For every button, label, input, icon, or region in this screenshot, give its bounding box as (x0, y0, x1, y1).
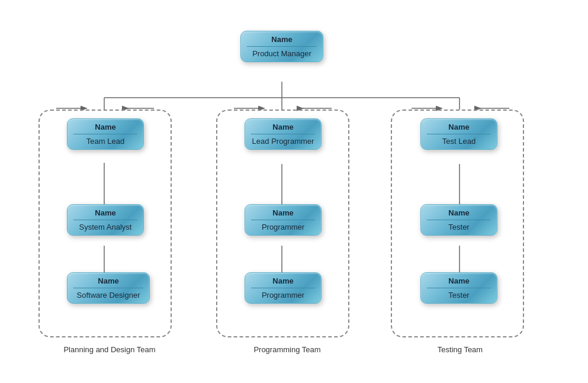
node-system-analyst-name: Name (73, 208, 137, 220)
node-team-lead: Name Team Lead (67, 118, 144, 150)
node-test-lead-role: Test Lead (427, 137, 491, 146)
node-tester2: Name Tester (420, 272, 497, 304)
node-product-manager-name: Name (247, 35, 317, 47)
label-testing: Testing Team (398, 345, 522, 354)
node-tester2-name: Name (427, 276, 491, 288)
node-lead-programmer-role: Lead Programmer (251, 137, 315, 146)
node-lead-programmer-name: Name (251, 123, 315, 134)
node-programmer1-role: Programmer (251, 223, 315, 231)
node-programmer2-name: Name (251, 276, 315, 288)
node-tester1-role: Tester (427, 223, 491, 231)
node-team-lead-name: Name (73, 123, 137, 134)
node-programmer2: Name Programmer (245, 272, 322, 304)
node-tester1: Name Tester (420, 204, 497, 236)
label-programming: Programming Team (225, 345, 349, 354)
node-team-lead-role: Team Lead (73, 137, 137, 146)
node-programmer2-role: Programmer (251, 291, 315, 300)
node-system-analyst: Name System Analyst (67, 204, 144, 236)
node-product-manager: Name Product Manager (240, 31, 323, 62)
node-product-manager-role: Product Manager (247, 49, 317, 58)
node-software-designer-name: Name (73, 276, 143, 288)
node-programmer1: Name Programmer (245, 204, 322, 236)
node-lead-programmer: Name Lead Programmer (245, 118, 322, 150)
node-software-designer-role: Software Designer (73, 291, 143, 300)
node-software-designer: Name Software Designer (67, 272, 150, 304)
node-tester1-name: Name (427, 208, 491, 220)
label-planning: Planning and Design Team (47, 345, 172, 354)
node-tester2-role: Tester (427, 291, 491, 300)
node-system-analyst-role: System Analyst (73, 223, 137, 231)
node-programmer1-name: Name (251, 208, 315, 220)
diagram-container: Name Product Manager Name Team Lead Name… (0, 0, 588, 383)
node-test-lead-name: Name (427, 123, 491, 134)
node-test-lead: Name Test Lead (420, 118, 497, 150)
